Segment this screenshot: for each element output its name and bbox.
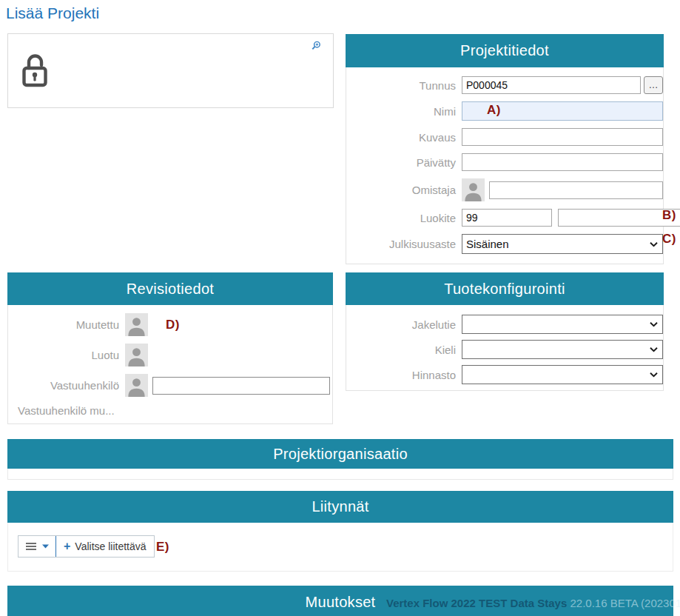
muutettu-avatar-icon (125, 313, 148, 336)
projektitiedot-header: Projektitiedot (346, 34, 664, 67)
luokite-input-1[interactable] (462, 209, 552, 227)
hinnasto-select[interactable] (462, 365, 663, 384)
kieli-select[interactable] (462, 340, 663, 359)
field-row-kieli: Kieli (346, 340, 663, 359)
omistaja-input[interactable] (489, 181, 663, 199)
field-row-tunnus: Tunnus … (346, 76, 663, 94)
valitse-liitettava-button[interactable]: + Valitse liitettävä (56, 536, 154, 557)
julkisuusaste-select[interactable]: Sisäinen (462, 234, 663, 254)
projektiorganisaatio-content (7, 469, 673, 480)
liitynnat-content: + Valitse liitettävä E) (7, 523, 673, 572)
omistaja-label: Omistaja (346, 184, 462, 196)
field-row-luokite: Luokite … (346, 209, 663, 227)
nimi-label: Nimi (346, 105, 462, 118)
watermark-product: Vertex Flow 2022 TEST Data Stays (386, 597, 567, 609)
field-row-nimi: Nimi A) (346, 101, 663, 121)
field-row-jakelutie: Jakelutie (346, 315, 663, 334)
panel-revisiotiedot: Revisiotiedot Muutettu D) Luotu (7, 272, 333, 424)
caret-down-icon (42, 544, 49, 549)
valitse-liitettava-label: Valitse liitettävä (75, 540, 146, 552)
luotu-avatar-icon (125, 344, 148, 366)
annotation-e: E) (156, 540, 169, 555)
luokite-label: Luokite (346, 212, 462, 224)
luotu-label: Luotu (8, 349, 125, 361)
jakelutie-select[interactable] (462, 315, 663, 334)
menu-dropdown-button[interactable] (18, 536, 55, 557)
zoom-in-icon[interactable] (311, 41, 321, 55)
kuvaus-label: Kuvaus (346, 131, 462, 144)
annotation-d: D) (166, 318, 180, 332)
annotation-c: C) (662, 232, 676, 247)
kieli-label: Kieli (346, 344, 462, 356)
field-row-muutettu: Muutettu D) (8, 313, 332, 336)
vastuuhenkilo-label: Vastuuhenkilö (8, 379, 125, 392)
field-row-julkisuusaste: Julkisuusaste Sisäinen (346, 234, 663, 254)
vastuuhenkilo-input[interactable] (152, 377, 330, 395)
panel-tuotekonfigurointi: Tuotekonfigurointi Jakelutie Kieli (346, 272, 664, 391)
plus-icon: + (64, 540, 70, 552)
jakelutie-label: Jakelutie (346, 318, 462, 331)
field-row-omistaja: Omistaja (346, 178, 663, 201)
version-watermark: Vertex Flow 2022 TEST Data Stays 22.0.16… (386, 597, 680, 609)
julkisuusaste-label: Julkisuusaste (346, 238, 462, 250)
tunnus-input[interactable] (462, 76, 641, 94)
unlock-icon (21, 52, 49, 92)
paivatty-input[interactable] (462, 153, 663, 171)
field-row-hinnasto: Hinnasto (346, 365, 663, 384)
kuvaus-input[interactable] (462, 128, 663, 146)
liitynnat-header: Liitynnät (7, 491, 673, 523)
field-row-paivatty: Päivätty (346, 153, 663, 171)
preview-box (7, 33, 334, 108)
tunnus-browse-button[interactable]: … (644, 76, 663, 94)
hamburger-menu-icon (25, 542, 37, 551)
projektiorganisaatio-header: Projektiorganisaatio (7, 439, 673, 469)
tunnus-label: Tunnus (346, 79, 462, 92)
tuotekonfigurointi-header: Tuotekonfigurointi (346, 272, 664, 305)
field-row-kuvaus: Kuvaus (346, 128, 663, 146)
page-title: Lisää Projekti (6, 4, 99, 22)
panel-projektitiedot: Projektitiedot Tunnus … Nimi A) Kuvaus (346, 34, 664, 264)
field-row-vastuuhenkilo: Vastuuhenkilö (8, 374, 332, 397)
annotation-a: A) (487, 103, 501, 118)
paivatty-label: Päivätty (346, 156, 462, 169)
hinnasto-label: Hinnasto (346, 369, 462, 381)
watermark-version: 22.0.16 BETA (20230124-0010/r5014 (570, 597, 680, 609)
liitynnat-toolbar: + Valitse liitettävä (18, 535, 155, 558)
omistaja-avatar-icon[interactable] (462, 178, 485, 201)
field-row-luotu: Luotu (8, 344, 332, 366)
revisiotiedot-header: Revisiotiedot (7, 272, 333, 305)
muutettu-label: Muutettu (8, 318, 125, 331)
vastuuhenkilo-avatar-icon[interactable] (125, 374, 148, 397)
annotation-b: B) (662, 208, 676, 223)
vastuuhenkilo-mu-label: Vastuuhenkilö mu... (18, 404, 332, 417)
